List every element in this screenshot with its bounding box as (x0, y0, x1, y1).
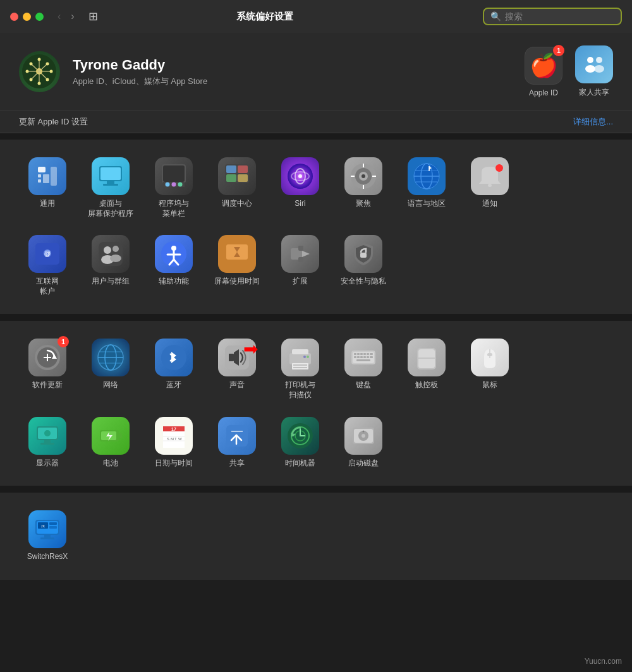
pref-sound[interactable]: 声音 (209, 333, 265, 405)
pref-ext[interactable]: 扩展 (272, 230, 329, 301)
svg-rect-101 (229, 354, 234, 361)
display-label: 显示器 (36, 459, 59, 469)
svg-rect-117 (354, 356, 356, 358)
pref-timemachine[interactable]: 时间机器 (272, 412, 329, 474)
sharing-icon (218, 417, 256, 455)
datetime-label: 日期与时间 (155, 459, 193, 469)
startup-icon (344, 417, 382, 455)
pref-printer[interactable]: ➡ 打印机与扫描仪 (272, 333, 329, 405)
apple-id-label: Apple ID (529, 88, 558, 97)
update-icon: 1 (28, 339, 66, 376)
svg-point-14 (38, 82, 41, 85)
pref-dock[interactable]: 程序坞与菜单栏 (145, 152, 202, 224)
svg-point-13 (46, 78, 49, 81)
pref-lang[interactable]: 语言与地区 (398, 152, 455, 224)
pref-display[interactable]: 显示器 (19, 412, 76, 474)
search-box[interactable]: 🔍 (483, 8, 622, 25)
grid-row-2: @ 互联网帐户 用户与群组 (19, 230, 613, 301)
apple-id-button[interactable]: 🍎 1 Apple ID (525, 47, 562, 97)
trackpad-icon (408, 339, 446, 376)
update-banner: 更新 Apple ID 设置 详细信息... (0, 111, 632, 133)
network-icon (92, 339, 130, 376)
pref-bluetooth[interactable]: 蓝牙 (145, 333, 202, 405)
battery-icon (92, 417, 130, 455)
svg-text:S: S (167, 437, 169, 441)
pref-focus[interactable]: 聚焦 (335, 152, 392, 224)
svg-point-15 (30, 78, 33, 81)
pref-update[interactable]: 1 软件更新 (19, 333, 76, 405)
svg-point-49 (362, 174, 365, 178)
svg-rect-111 (354, 353, 356, 355)
siri-icon (281, 157, 319, 195)
pref-battery[interactable]: 电池 (82, 412, 139, 474)
svg-rect-105 (293, 364, 307, 366)
pref-mouse[interactable]: 鼠标 (461, 333, 518, 405)
pref-mission[interactable]: 调度中心 (209, 152, 265, 224)
pref-siri[interactable]: Siri (272, 152, 329, 224)
pref-screen-time[interactable]: 屏幕使用时间 (209, 230, 265, 301)
svg-rect-40 (226, 174, 236, 182)
family-icon (581, 52, 607, 77)
access-label: 辅助功能 (159, 277, 189, 287)
profile-info: Tyrone Gaddy Apple ID、iCloud、媒体与 App Sto… (73, 57, 512, 87)
pref-trackpad[interactable]: 触控板 (398, 333, 455, 405)
svg-rect-132 (40, 443, 54, 445)
svg-point-19 (585, 65, 595, 73)
security-label: 安全性与隐私 (341, 277, 386, 287)
profile-icons: 🍎 1 Apple ID 家人共享 (525, 45, 613, 98)
update-text: 更新 Apple ID 设置 (19, 116, 88, 128)
svg-rect-115 (367, 353, 369, 355)
switchresx-icon: 2K (28, 510, 66, 548)
pref-keyboard[interactable]: 键盘 (335, 333, 392, 405)
svg-rect-81 (229, 263, 245, 265)
pref-security[interactable]: 安全性与隐私 (335, 230, 392, 301)
printer-icon (281, 339, 319, 376)
internet-label: 互联网帐户 (36, 277, 59, 296)
fullscreen-button[interactable] (35, 13, 44, 21)
search-icon: 🔍 (490, 11, 501, 21)
pref-desktop[interactable]: 桌面与屏幕保护程序 (82, 152, 139, 224)
search-input[interactable] (505, 11, 606, 21)
grid-row-1: 通用 桌面与屏幕保护程序 (19, 152, 613, 224)
general-icon (28, 157, 66, 195)
security-icon (344, 235, 382, 273)
trackpad-label: 触控板 (415, 380, 438, 390)
bluetooth-label: 蓝牙 (166, 380, 181, 390)
ext-icon (281, 235, 319, 273)
pref-sharing[interactable]: 共享 (209, 412, 265, 474)
pref-startup[interactable]: 启动磁盘 (335, 412, 392, 474)
svg-rect-102 (289, 353, 311, 364)
close-button[interactable] (10, 13, 18, 21)
pref-network[interactable]: 网络 (82, 333, 139, 405)
svg-point-159 (363, 430, 365, 432)
svg-rect-162 (44, 535, 51, 537)
svg-rect-120 (363, 356, 366, 358)
svg-point-108 (303, 356, 306, 358)
pref-switchresx[interactable]: 2K SwitchResX (19, 505, 76, 567)
pref-internet[interactable]: @ 互联网帐户 (19, 230, 76, 301)
svg-rect-122 (370, 356, 373, 358)
minimize-button[interactable] (23, 13, 31, 21)
pref-notif[interactable]: 通知 (461, 152, 518, 224)
svg-rect-114 (363, 353, 366, 355)
svg-rect-112 (357, 353, 360, 355)
mouse-icon (471, 339, 509, 376)
svg-rect-136 (119, 433, 122, 438)
family-sharing-button[interactable]: 家人共享 (575, 45, 613, 98)
svg-point-71 (110, 255, 121, 262)
svg-text:M: M (171, 437, 174, 441)
avatar[interactable] (19, 51, 60, 92)
network-label: 网络 (103, 380, 118, 390)
profile-subtitle: Apple ID、iCloud、媒体与 App Store (73, 76, 512, 87)
svg-point-17 (30, 63, 33, 66)
pref-general[interactable]: 通用 (19, 152, 76, 224)
svg-rect-79 (226, 244, 248, 260)
pref-access[interactable]: 辅助功能 (145, 230, 202, 301)
update-link[interactable]: 详细信息... (573, 116, 613, 128)
preferences-section-1: 通用 桌面与屏幕保护程序 (0, 140, 632, 315)
sound-icon (218, 339, 256, 376)
svg-point-34 (166, 183, 170, 187)
svg-point-70 (112, 246, 119, 252)
pref-users[interactable]: 用户与群组 (82, 230, 139, 301)
pref-datetime[interactable]: 17 S M T W 日期与时间 (145, 412, 202, 474)
